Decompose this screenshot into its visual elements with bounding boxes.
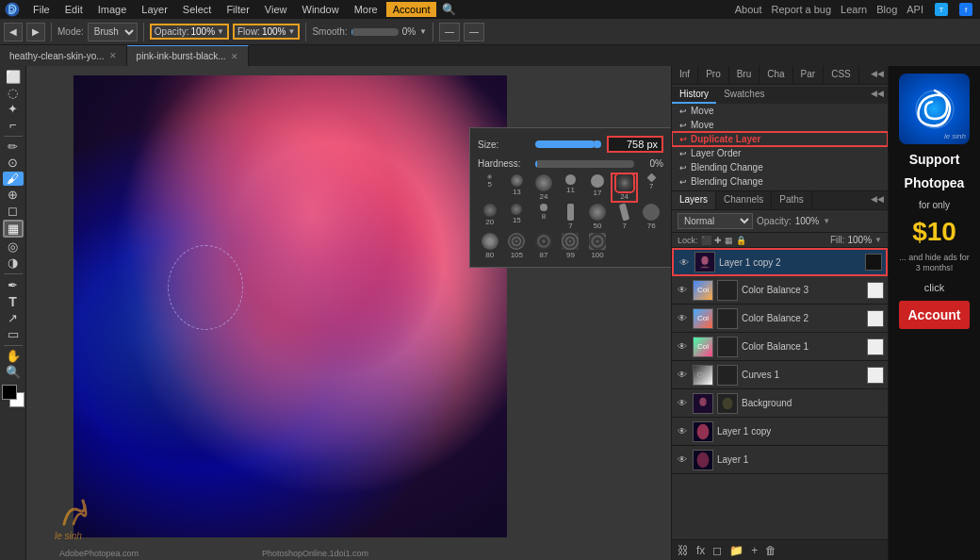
mode-select[interactable]: Brush [88,23,138,41]
brush-item-7[interactable]: 20 [478,204,502,230]
brush-item-3[interactable]: 11 [559,174,583,201]
menu-file[interactable]: File [26,2,57,17]
smooth-slider[interactable] [351,28,399,36]
tab-1-close[interactable]: ✕ [109,51,117,60]
menu-filter[interactable]: Filter [220,2,255,17]
info-tab-inf[interactable]: Inf [672,66,698,84]
history-item-1[interactable]: ↩ Move [672,118,888,132]
opacity-dropdown-icon-2[interactable]: ▼ [823,217,830,225]
layers-new-icon[interactable]: + [751,544,758,557]
tool-lasso[interactable]: ◌ [3,86,24,100]
layer-row-bg[interactable]: 👁 Background [672,389,888,418]
twitter-icon[interactable]: T [935,3,948,16]
layers-folder-icon[interactable]: 📁 [729,544,743,557]
toolbar-forward-btn[interactable]: ▶ [26,23,45,41]
layer-eye-bg[interactable]: 👁 [676,398,689,408]
menu-account[interactable]: Account [386,2,437,17]
info-tab-css[interactable]: CSS [824,66,859,84]
blend-mode-select[interactable]: Normal Multiply Screen [678,213,753,229]
layer-row-cb1[interactable]: 👁 Col Color Balance 1 [672,333,888,361]
layer-eye-copy2[interactable]: 👁 [678,257,691,268]
brush-item-18[interactable]: 100 [585,233,610,259]
tool-dodge[interactable]: ◑ [3,255,24,270]
menu-more[interactable]: More [348,2,384,17]
tool-zoom[interactable]: 🔍 [3,365,24,379]
tab-2-close[interactable]: ✕ [231,52,238,61]
lock-pixels-icon[interactable]: ⬛ [701,236,711,245]
toolbar-extra-btn2[interactable]: — [464,23,484,41]
history-tab-swatches[interactable]: Swatches [716,87,772,104]
layers-mask-icon[interactable]: ◻ [712,544,722,557]
tool-text[interactable]: T [3,294,24,309]
menu-api[interactable]: API [906,4,923,15]
brush-item-16[interactable]: 87 [531,233,556,259]
brush-item-8[interactable]: 15 [505,204,530,230]
menu-select[interactable]: Select [176,2,219,17]
canvas-image[interactable] [74,75,507,537]
history-item-3[interactable]: ↩ Layer Order [672,146,888,160]
menu-layer[interactable]: Layer [135,2,174,17]
menu-report-bug[interactable]: Report a bug [771,4,831,15]
tool-marquee[interactable]: ⬜ [3,70,24,84]
layer-row-copy2[interactable]: 👁 Layer 1 copy 2 [672,248,888,276]
history-item-0[interactable]: ↩ Move [672,104,888,118]
history-item-2[interactable]: ↩ Duplicate Layer [672,132,888,146]
tool-eraser[interactable]: ◻ [3,204,24,218]
search-icon[interactable]: 🔍 [442,3,456,16]
brush-item-11[interactable]: 50 [585,204,610,230]
lock-all-icon[interactable]: 🔒 [736,236,746,245]
tool-brush[interactable]: 🖌 [3,172,24,186]
history-panel-collapse[interactable]: ◀◀ [867,87,888,104]
tool-eyedropper[interactable]: ✏ [3,140,24,154]
fill-dropdown-icon[interactable]: ▼ [874,236,882,244]
layer-eye-copy1[interactable]: 👁 [676,426,689,436]
channels-tab[interactable]: Channels [716,191,772,209]
layer-eye-cb3[interactable]: 👁 [676,285,689,295]
brush-hardness-slider[interactable] [535,160,634,168]
info-tab-pro[interactable]: Pro [698,66,729,84]
layer-row-cb2[interactable]: 👁 Col Color Balance 2 [672,305,888,333]
layer-eye-curves[interactable]: 👁 [676,370,689,380]
menu-edit[interactable]: Edit [58,2,90,17]
menu-image[interactable]: Image [91,2,134,17]
brush-item-10[interactable]: 7 [559,204,583,230]
layer-tabs-collapse[interactable]: ◀◀ [867,191,888,209]
brush-item-17[interactable]: 99 [559,233,583,259]
flow-dropdown-icon[interactable]: ▼ [287,27,295,36]
toolbar-back-btn[interactable]: ◀ [4,23,23,41]
brush-item-9[interactable]: 8 [531,204,556,230]
lock-artboard-icon[interactable]: ▦ [725,236,733,245]
brush-item-14[interactable]: 80 [478,233,502,259]
menu-view[interactable]: View [258,2,294,17]
tool-spot-heal[interactable]: ⊙ [3,156,24,170]
brush-item-1[interactable]: 13 [505,174,530,201]
brush-size-slider[interactable] [535,140,601,148]
brush-item-0[interactable]: 5 [478,174,502,201]
history-item-4[interactable]: ↩ Blending Change [672,160,888,174]
layer-row-curves[interactable]: 👁 Cur Curves 1 [672,361,888,389]
tool-quick-select[interactable]: ✦ [3,102,24,116]
layer-row-l1[interactable]: 👁 Layer 1 [672,446,888,474]
tool-path-select[interactable]: ↗ [3,311,24,325]
info-tabs-collapse[interactable]: ◀◀ [867,66,888,84]
tool-crop[interactable]: ⌐ [3,118,24,132]
brush-item-5[interactable]: 24 [612,174,637,201]
layers-fx-icon[interactable]: fx [696,544,705,557]
layer-row-cb3[interactable]: 👁 Col Color Balance 3 [672,276,888,305]
info-tab-cha[interactable]: Cha [760,66,792,84]
layers-tab[interactable]: Layers [672,191,716,209]
menu-window[interactable]: Window [296,2,346,17]
info-tab-par[interactable]: Par [793,66,825,84]
brush-item-12[interactable]: 7 [612,204,637,230]
layers-list[interactable]: 👁 Layer 1 copy 2 👁 Col Colo [672,248,888,539]
tool-gradient[interactable]: ▦ [3,220,24,238]
toolbar-extra-btn1[interactable]: — [439,23,460,41]
layer-eye-l1[interactable]: 👁 [676,454,689,465]
history-tab-history[interactable]: History [672,87,716,104]
brush-item-2[interactable]: 24 [531,174,556,201]
smooth-dropdown-icon[interactable]: ▼ [419,27,427,36]
brush-item-13[interactable]: 76 [639,204,663,230]
brush-item-15[interactable]: 105 [505,233,530,259]
layers-delete-icon[interactable]: 🗑 [765,544,776,557]
brush-size-value[interactable]: 758 px [607,136,663,153]
